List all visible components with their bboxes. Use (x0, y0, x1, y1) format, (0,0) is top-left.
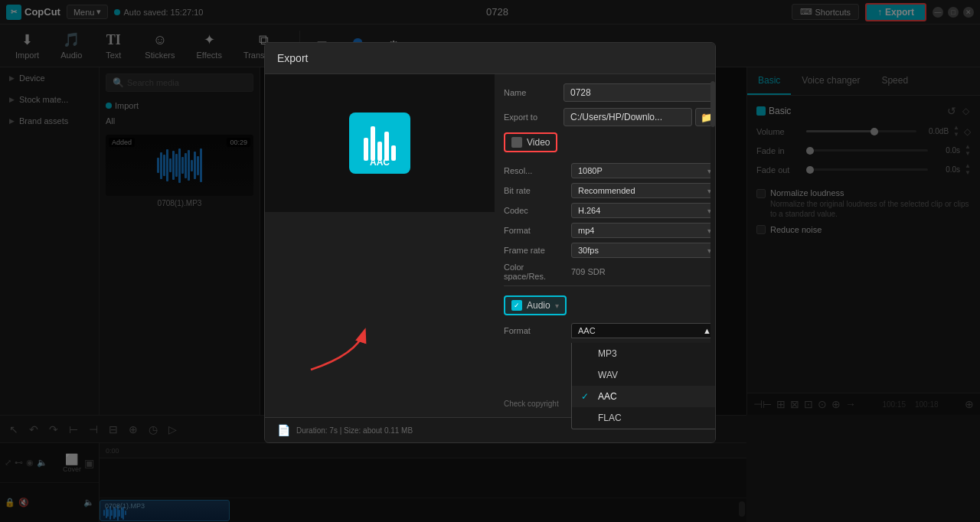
export-to-input-group: 📁 (564, 108, 716, 126)
format-video-value: mp4 (578, 226, 594, 235)
copyright-text: Check copyright (504, 400, 559, 408)
footer-file-icon: 📄 (277, 424, 290, 436)
modal-body: AAC Name Export to 📁 (265, 74, 715, 417)
codec-label: Codec (504, 206, 565, 215)
aac-label-option: AAC (598, 391, 617, 402)
video-section-header[interactable]: Video (504, 132, 557, 152)
format-option-mp3[interactable]: MP3 (572, 343, 716, 364)
export-modal: Export AAC (264, 42, 716, 443)
colorspace-label: Color space/Res. (504, 263, 565, 281)
modal-preview-content: AAC (349, 113, 410, 174)
audio-check-icon: ✓ (511, 300, 522, 311)
name-row: Name (504, 83, 716, 102)
audio-format-select[interactable]: AAC ▲ (571, 323, 716, 338)
format-video-label: Format (504, 226, 565, 235)
audio-section-header[interactable]: ✓ Audio ▾ (504, 295, 567, 315)
audio-format-dropdown: MP3 WAV ✓ AAC FLAC (571, 343, 716, 429)
modal-overlay: Export AAC (0, 0, 980, 522)
modal-title: Export (277, 52, 308, 64)
audio-format-value: AAC (578, 326, 596, 335)
aac-check-icon: ✓ (581, 391, 592, 402)
wav-label: WAV (598, 370, 618, 380)
modal-header: Export (265, 43, 715, 74)
footer-info: Duration: 7s | Size: about 0.11 MB (296, 426, 413, 435)
video-toggle-icon (511, 137, 522, 148)
modal-scrollbar-thumb (710, 81, 715, 127)
modal-preview-area: AAC (265, 74, 495, 212)
aac-bars (364, 126, 396, 161)
name-input[interactable] (564, 83, 716, 102)
name-label: Name (504, 88, 557, 97)
aac-bar-5 (391, 145, 396, 161)
resolution-label: Resol... (504, 166, 565, 175)
export-to-label: Export to (504, 113, 557, 122)
audio-section: ✓ Audio ▾ (504, 291, 716, 320)
video-label: Video (527, 137, 550, 148)
video-section: Video (504, 132, 716, 158)
aac-format-label: AAC (370, 157, 390, 168)
bitrate-select[interactable]: Recommended ▾ (571, 183, 716, 198)
framerate-value: 30fps (578, 246, 599, 255)
bitrate-value: Recommended (578, 186, 635, 195)
aac-file-icon: AAC (349, 113, 410, 174)
codec-row: Codec H.264 ▾ (504, 203, 716, 218)
bitrate-row: Bit rate Recommended ▾ (504, 183, 716, 198)
format-video-select[interactable]: mp4 ▾ (571, 223, 716, 238)
aac-bar-1 (364, 138, 368, 161)
format-option-flac[interactable]: FLAC (572, 407, 716, 429)
bitrate-label: Bit rate (504, 186, 565, 195)
audio-format-row: Format AAC ▲ MP3 WAV (504, 323, 716, 338)
framerate-label: Frame rate (504, 246, 565, 255)
section-divider (504, 285, 716, 286)
mp3-label: MP3 (598, 348, 617, 359)
audio-format-label: Format (504, 326, 565, 335)
flac-label: FLAC (598, 413, 622, 423)
aac-bar-2 (371, 126, 375, 161)
codec-select[interactable]: H.264 ▾ (571, 203, 716, 218)
format-video-row: Format mp4 ▾ (504, 223, 716, 238)
format-option-wav[interactable]: WAV (572, 364, 716, 386)
audio-dropdown-arrow-icon: ▾ (555, 302, 559, 310)
framerate-row: Frame rate 30fps ▾ (504, 243, 716, 258)
resolution-row: Resol... 1080P ▾ (504, 163, 716, 178)
resolution-value: 1080P (578, 166, 603, 175)
modal-settings-area: Name Export to 📁 Video (495, 74, 716, 417)
colorspace-value: 709 SDR (571, 267, 606, 276)
codec-value: H.264 (578, 206, 600, 215)
resolution-select[interactable]: 1080P ▾ (571, 163, 716, 178)
audio-label: Audio (527, 300, 550, 311)
export-to-input[interactable] (564, 108, 692, 126)
colorspace-row: Color space/Res. 709 SDR (504, 263, 716, 281)
format-option-aac[interactable]: ✓ AAC (572, 386, 716, 407)
aac-bar-4 (384, 132, 389, 161)
export-to-row: Export to 📁 (504, 108, 716, 126)
framerate-select[interactable]: 30fps ▾ (571, 243, 716, 258)
